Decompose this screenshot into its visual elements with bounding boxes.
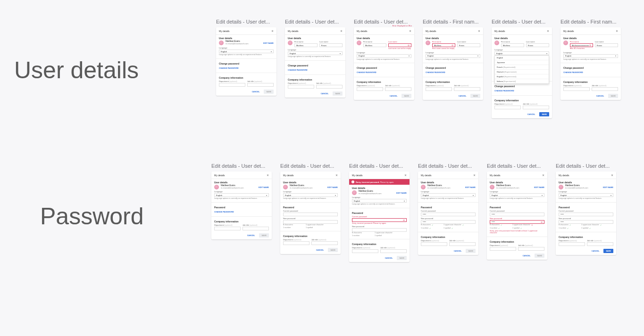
first-name-input[interactable]: Matthew⊘ [432, 43, 455, 47]
save-button[interactable]: SAVE [328, 248, 338, 252]
first-name-input[interactable]: Matheweeeeeeeeee⊘ [570, 43, 593, 47]
new-password-input[interactable] [283, 220, 338, 224]
department-input[interactable] [490, 247, 516, 251]
language-select[interactable]: English ▾ [421, 193, 476, 197]
language-select[interactable]: English ▾ [357, 54, 411, 58]
save-button[interactable]: SAVE [259, 233, 269, 238]
job-title-input[interactable] [311, 241, 338, 245]
department-input[interactable] [219, 83, 245, 87]
cancel-button[interactable]: CANCEL [452, 249, 464, 253]
current-password-input[interactable]: ⊘ [352, 218, 407, 222]
current-password-input[interactable] [283, 213, 338, 216]
language-select[interactable]: English ▾ [352, 199, 407, 203]
change-password-button[interactable]: CHANGE PASSWORD [288, 68, 308, 72]
close-icon[interactable]: ✕ [409, 29, 411, 33]
language-option[interactable]: Español (Experimental) [495, 74, 549, 79]
job-title-input[interactable] [247, 83, 274, 87]
cancel-button[interactable]: CANCEL [250, 90, 262, 94]
change-password-button[interactable]: CHANGE PASSWORD [426, 70, 445, 74]
cancel-button[interactable]: CANCEL [387, 94, 400, 98]
new-password-input[interactable] [352, 228, 407, 232]
first-name-input[interactable]: Matthew [363, 43, 386, 47]
close-icon[interactable]: ✕ [611, 173, 613, 177]
save-button[interactable]: SAVE [401, 94, 411, 98]
job-title-input[interactable] [380, 249, 407, 253]
change-password-button[interactable]: CHANGE PASSWORD [214, 210, 234, 214]
cancel-button[interactable]: CANCEL [594, 94, 607, 98]
department-input[interactable] [563, 87, 590, 91]
language-select[interactable]: English▾ [494, 51, 549, 55]
close-icon[interactable]: ✕ [267, 173, 269, 177]
language-option[interactable]: Deutsch (Experimental) [495, 70, 549, 74]
language-select[interactable]: English ▾ [283, 193, 338, 197]
job-title-input[interactable] [523, 106, 549, 109]
department-input[interactable] [214, 227, 241, 230]
save-button[interactable]: SAVE [535, 254, 544, 258]
language-select[interactable]: English ▾ [563, 54, 618, 58]
last-name-input[interactable]: Evans [595, 43, 618, 47]
current-password-input[interactable]: ••••• [421, 213, 476, 216]
last-name-input[interactable]: ⊘ [388, 43, 411, 47]
language-select[interactable]: English ▾ [490, 193, 544, 197]
new-password-input[interactable]: ••••• [559, 220, 613, 224]
change-password-button[interactable]: CHANGE PASSWORD [563, 70, 583, 74]
language-select[interactable]: English ▾ [219, 49, 274, 53]
department-input[interactable] [283, 241, 309, 245]
save-button[interactable]: SAVE [603, 249, 613, 253]
close-icon[interactable]: ✕ [542, 173, 544, 177]
department-input[interactable] [559, 242, 585, 246]
close-icon[interactable]: ✕ [404, 173, 407, 177]
language-select[interactable]: English ▾ [559, 193, 613, 197]
edit-name-button[interactable]: EDIT NAME [603, 186, 613, 188]
department-input[interactable] [288, 85, 314, 89]
save-button[interactable]: SAVE [333, 91, 343, 96]
job-title-input[interactable] [518, 247, 544, 251]
current-password-input[interactable]: ••••• [559, 213, 613, 216]
cancel-button[interactable]: CANCEL [456, 94, 469, 98]
close-icon[interactable]: ✕ [547, 29, 549, 33]
cancel-button[interactable]: CANCEL [520, 254, 533, 258]
language-option[interactable]: Japanese [495, 60, 549, 65]
edit-name-button[interactable]: EDIT NAME [263, 42, 274, 44]
job-title-input[interactable] [316, 85, 343, 89]
job-title-input[interactable] [587, 242, 613, 246]
department-input[interactable] [357, 87, 383, 91]
cancel-button[interactable]: CANCEL [314, 248, 326, 252]
language-option[interactable]: French (Experimental) [495, 65, 549, 70]
job-title-input[interactable] [449, 242, 476, 246]
save-button[interactable]: SAVE [470, 94, 480, 98]
job-title-input[interactable] [592, 87, 618, 91]
change-password-button[interactable]: CHANGE PASSWORD [219, 66, 239, 70]
change-password-button[interactable]: CHANGE PASSWORD [357, 70, 376, 74]
edit-name-button[interactable]: EDIT NAME [259, 186, 269, 188]
cancel-button[interactable]: CANCEL [318, 91, 331, 96]
save-button[interactable]: SAVE [466, 249, 476, 253]
department-input[interactable] [426, 87, 452, 91]
close-icon[interactable]: ✕ [616, 29, 618, 33]
new-password-input[interactable]: ••••• [421, 220, 476, 224]
job-title-input[interactable] [243, 227, 269, 230]
new-password-input[interactable]: •••••⊘ [490, 220, 544, 224]
last-name-input[interactable]: Evans [319, 43, 343, 47]
change-password-button[interactable]: CHANGE PASSWORD [494, 89, 514, 93]
cancel-button[interactable]: CANCEL [383, 256, 395, 260]
language-option[interactable]: English [495, 56, 549, 60]
job-title-input[interactable] [385, 87, 411, 91]
first-name-input[interactable]: Matthew [294, 43, 318, 47]
language-option[interactable]: Italiano (Experimental) [495, 79, 549, 83]
save-button[interactable]: SAVE [397, 256, 407, 260]
language-select[interactable]: English ▾ [288, 51, 343, 55]
cancel-button[interactable]: CANCEL [245, 233, 258, 238]
first-name-input[interactable]: Matthew [501, 43, 524, 47]
edit-name-button[interactable]: EDIT NAME [327, 186, 338, 188]
close-icon[interactable]: ✕ [271, 29, 274, 33]
cancel-button[interactable]: CANCEL [525, 112, 538, 116]
save-button[interactable]: SAVE [608, 94, 618, 98]
save-button[interactable]: SAVE [264, 90, 274, 94]
last-name-input[interactable]: Evans [526, 43, 549, 47]
department-input[interactable] [421, 242, 447, 246]
close-icon[interactable]: ✕ [340, 29, 343, 33]
close-icon[interactable]: ✕ [335, 173, 338, 177]
department-input[interactable] [494, 106, 521, 109]
current-password-input[interactable]: ••••• [490, 213, 544, 216]
